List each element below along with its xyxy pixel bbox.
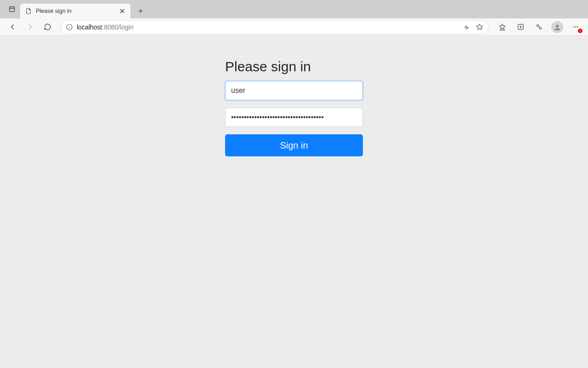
tab-manager-button[interactable] — [4, 2, 20, 17]
notification-badge: ! — [578, 29, 582, 33]
favorite-star-icon[interactable] — [475, 23, 484, 31]
favorites-button[interactable] — [494, 20, 510, 34]
close-tab-icon[interactable] — [119, 7, 126, 15]
username-input[interactable] — [225, 81, 363, 100]
url-path: :8080/login — [102, 23, 134, 31]
back-button[interactable] — [5, 20, 20, 34]
svg-point-16 — [573, 26, 574, 27]
new-tab-button[interactable] — [134, 5, 147, 17]
collections-button[interactable] — [513, 20, 528, 34]
svg-point-15 — [556, 24, 559, 27]
url-host: localhost — [77, 23, 102, 31]
browser-toolbar: localhost :8080/login — [0, 18, 588, 36]
page-content: Please sign in Sign in — [0, 36, 588, 368]
svg-rect-0 — [10, 7, 15, 12]
profile-button[interactable] — [549, 20, 565, 34]
svg-point-17 — [575, 26, 576, 27]
avatar-icon — [551, 21, 563, 33]
site-info-icon[interactable] — [66, 23, 73, 31]
read-aloud-icon[interactable] — [463, 23, 471, 31]
forward-button — [22, 20, 38, 34]
login-form: Please sign in Sign in — [225, 59, 363, 156]
svg-point-18 — [577, 26, 578, 27]
page-icon — [25, 7, 32, 15]
tab-title: Please sign in — [36, 8, 115, 14]
password-input[interactable] — [225, 108, 363, 127]
refresh-button[interactable] — [40, 20, 55, 34]
more-menu-button[interactable]: ! — [568, 20, 583, 34]
browser-tab-strip: Please sign in — [0, 0, 588, 18]
browser-tab-active[interactable]: Please sign in — [20, 4, 130, 18]
extensions-button[interactable] — [531, 20, 547, 34]
signin-button[interactable]: Sign in — [225, 134, 363, 156]
url-text: localhost :8080/login — [77, 23, 459, 31]
address-bar[interactable]: localhost :8080/login — [61, 20, 489, 34]
login-heading: Please sign in — [225, 59, 363, 75]
